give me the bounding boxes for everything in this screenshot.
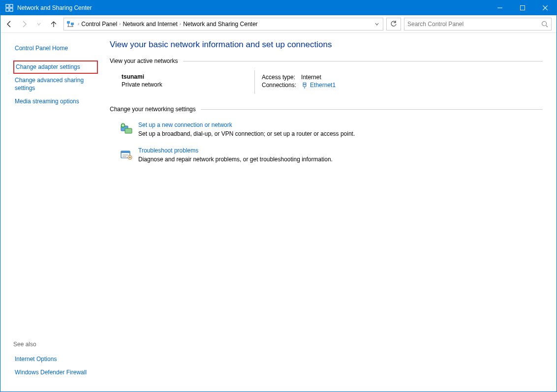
breadcrumb-item[interactable]: Network and Internet (122, 21, 178, 28)
address-bar[interactable]: › Control Panel › Network and Internet ›… (63, 18, 383, 30)
app-icon (5, 4, 13, 12)
page-title: View your basic network information and … (110, 40, 543, 50)
ethernet-icon (301, 82, 308, 89)
forward-button[interactable] (17, 17, 31, 31)
new-connection-icon (120, 122, 133, 136)
troubleshoot-title: Troubleshoot problems (138, 147, 333, 154)
see-also-section: See also Internet Options Windows Defend… (13, 341, 98, 386)
up-button[interactable] (47, 17, 61, 31)
svg-rect-21 (125, 128, 132, 133)
address-dropdown[interactable] (372, 22, 382, 26)
network-name: tsunami (122, 73, 254, 80)
setup-connection-desc: Set up a broadband, dial-up, or VPN conn… (138, 130, 355, 137)
active-network-row: tsunami Private network Access type: Int… (122, 73, 543, 94)
access-type-label: Access type: (262, 73, 301, 81)
svg-rect-3 (10, 8, 13, 11)
svg-point-13 (542, 21, 547, 26)
network-type: Private network (122, 80, 254, 88)
setup-connection-item[interactable]: Set up a new connection or network Set u… (120, 121, 543, 137)
control-panel-home-link[interactable]: Control Panel Home (13, 42, 98, 56)
access-type-value: Internet (301, 73, 340, 81)
breadcrumb-item[interactable]: Control Panel (80, 21, 118, 28)
internet-options-link[interactable]: Internet Options (13, 353, 98, 366)
divider-line (183, 61, 543, 61)
window: Network and Sharing Center (0, 0, 557, 392)
setup-connection-title: Set up a new connection or network (138, 121, 355, 128)
networking-settings-header: Change your networking settings (110, 106, 543, 113)
close-button[interactable] (534, 0, 557, 15)
maximize-button[interactable] (511, 0, 534, 15)
chevron-right-icon: › (179, 21, 182, 27)
search-box[interactable] (404, 18, 552, 30)
defender-firewall-link[interactable]: Windows Defender Firewall (13, 366, 98, 380)
main-content: View your basic network information and … (104, 33, 557, 392)
connection-link[interactable]: Ethernet1 (310, 82, 336, 89)
connections-label: Connections: (262, 81, 301, 90)
svg-rect-5 (521, 6, 525, 10)
back-button[interactable] (2, 17, 16, 31)
toolbar: › Control Panel › Network and Internet ›… (0, 15, 557, 33)
network-center-icon (66, 20, 75, 29)
svg-rect-0 (6, 4, 9, 7)
titlebar: Network and Sharing Center (0, 0, 557, 15)
breadcrumb-item[interactable]: Network and Sharing Center (182, 21, 258, 28)
window-controls (489, 0, 557, 15)
svg-rect-2 (6, 8, 9, 11)
troubleshoot-icon (120, 148, 133, 162)
troubleshoot-desc: Diagnose and repair network problems, or… (138, 156, 333, 163)
search-icon[interactable] (541, 21, 548, 28)
vertical-divider (254, 70, 255, 94)
minimize-button[interactable] (489, 0, 511, 15)
svg-rect-26 (121, 151, 130, 153)
search-input[interactable] (407, 21, 541, 28)
active-networks-header: View your active networks (110, 58, 543, 64)
svg-line-14 (546, 25, 548, 27)
refresh-button[interactable] (386, 18, 401, 30)
see-also-header: See also (13, 341, 98, 348)
chevron-right-icon: › (118, 21, 122, 27)
media-streaming-link[interactable]: Media streaming options (13, 95, 98, 109)
change-advanced-sharing-link[interactable]: Change advanced sharing settings (13, 74, 98, 95)
svg-rect-1 (10, 4, 13, 7)
divider-line (201, 109, 543, 110)
network-details: Access type: Internet Connections: Ether… (262, 73, 340, 94)
window-title: Network and Sharing Center (17, 4, 489, 11)
sidebar: Control Panel Home Change adapter settin… (0, 33, 104, 392)
chevron-right-icon: › (77, 21, 80, 27)
svg-rect-9 (71, 23, 74, 25)
recent-dropdown[interactable] (32, 17, 46, 31)
troubleshoot-item[interactable]: Troubleshoot problems Diagnose and repai… (120, 147, 543, 163)
network-identity: tsunami Private network (122, 73, 254, 94)
change-adapter-settings-link[interactable]: Change adapter settings (13, 60, 98, 74)
body: Control Panel Home Change adapter settin… (0, 33, 557, 392)
svg-rect-8 (67, 21, 70, 24)
